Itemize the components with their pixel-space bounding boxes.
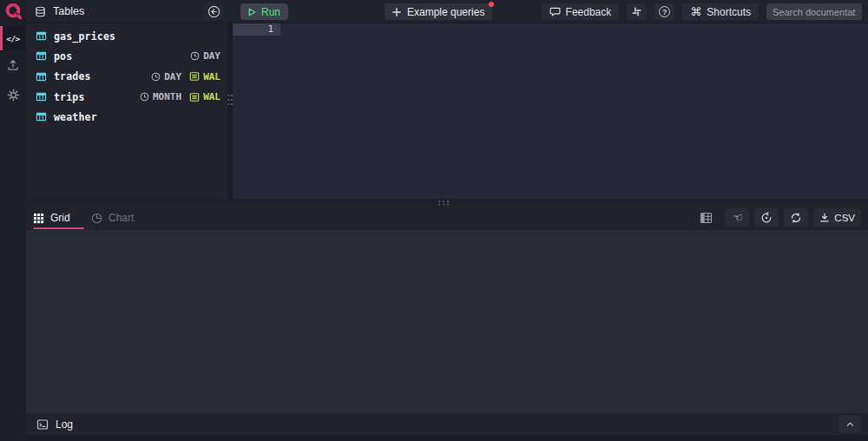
run-query-button[interactable]: Run — [240, 3, 288, 20]
line-number: 1 — [267, 23, 273, 35]
results-toolbar: Grid Chart ☞ — [26, 206, 868, 230]
chevron-up-icon — [845, 419, 856, 428]
gear-icon — [7, 89, 20, 102]
tables-panel: gas_pricesposDAYtradesDAYWALtripsMONTHWA… — [26, 23, 227, 199]
plus-icon — [392, 8, 401, 16]
freeze-columns-button[interactable] — [700, 212, 713, 224]
download-icon — [819, 212, 830, 223]
table-name: trips — [54, 91, 85, 103]
refresh-icon — [790, 212, 802, 224]
table-row[interactable]: weather — [26, 107, 227, 127]
freeze-column-icon — [700, 212, 713, 224]
table-icon — [36, 71, 47, 82]
tab-chart[interactable]: Chart — [91, 206, 143, 230]
example-queries-button[interactable]: Example queries — [385, 3, 492, 20]
terminal-icon — [36, 418, 49, 431]
sql-editor[interactable]: 1 — [233, 23, 868, 199]
results-grid-area — [26, 230, 868, 413]
wal-label: WAL — [203, 71, 220, 82]
play-icon — [248, 8, 256, 16]
tab-grid[interactable]: Grid — [33, 206, 84, 230]
search-documentation-input[interactable] — [766, 3, 862, 20]
table-icon — [36, 30, 47, 42]
tables-panel-header: Tables — [35, 0, 84, 23]
command-icon: ⌘ — [690, 6, 701, 17]
clock-icon — [151, 72, 161, 82]
pie-chart-icon — [91, 213, 102, 224]
clock-icon — [190, 51, 200, 61]
collapse-circle-left-icon — [207, 5, 220, 18]
tables-panel-title: Tables — [53, 5, 84, 17]
history-icon — [760, 212, 773, 224]
download-csv-button[interactable]: CSV — [813, 208, 861, 227]
active-indicator — [0, 26, 3, 50]
pointer-icon: ☞ — [733, 212, 743, 223]
log-toggle[interactable]: Log — [36, 413, 73, 435]
table-row[interactable]: gas_prices — [26, 26, 227, 46]
table-row[interactable]: posDAY — [26, 46, 227, 66]
horizontal-splitter[interactable] — [26, 199, 868, 206]
feedback-button[interactable]: Feedback — [542, 3, 620, 20]
notification-dot — [489, 2, 494, 7]
help-button[interactable]: ? — [654, 3, 674, 20]
wal-badge: WAL — [189, 71, 220, 82]
wal-badge: WAL — [189, 91, 220, 102]
database-icon — [35, 6, 46, 17]
partition-info: DAY — [151, 71, 181, 82]
table-row[interactable]: tradesDAYWAL — [26, 67, 227, 87]
feedback-label: Feedback — [566, 6, 612, 18]
pointer-mode-button[interactable]: ☞ — [725, 208, 749, 227]
csv-label: CSV — [834, 213, 855, 223]
table-name: weather — [54, 111, 97, 123]
partition-label: MONTH — [153, 91, 181, 102]
sidebar-item-settings[interactable] — [0, 82, 26, 107]
left-rail: </> — [0, 0, 26, 441]
partition-info: DAY — [190, 50, 220, 62]
wal-label: WAL — [203, 91, 220, 102]
wal-icon — [189, 71, 200, 82]
wal-icon — [189, 92, 200, 102]
slack-icon — [631, 6, 642, 17]
questdb-logo[interactable] — [3, 2, 23, 21]
log-label: Log — [56, 418, 73, 431]
grid-icon — [33, 213, 44, 224]
table-name: pos — [54, 50, 72, 63]
collapse-tables-button[interactable] — [204, 3, 224, 20]
grid-tab-label: Grid — [50, 212, 70, 224]
code-icon: </> — [6, 34, 20, 43]
partition-label: DAY — [203, 50, 220, 62]
top-bar: Tables Run Example queries — [26, 0, 868, 23]
table-icon — [36, 91, 47, 102]
log-bar[interactable]: Log — [26, 413, 868, 435]
sidebar-item-import[interactable] — [0, 53, 26, 77]
chart-tab-label: Chart — [108, 212, 134, 224]
speech-bubble-icon — [549, 6, 561, 17]
drag-handle-icon — [437, 199, 451, 206]
log-collapse-button[interactable] — [838, 415, 861, 432]
slack-button[interactable] — [627, 3, 647, 20]
partition-info: MONTH — [140, 91, 181, 102]
questdb-console: </> Tables — [0, 0, 868, 441]
refresh-button[interactable] — [784, 208, 808, 227]
tables-list: gas_pricesposDAYtradesDAYWALtripsMONTHWA… — [26, 26, 227, 127]
partition-label: DAY — [164, 71, 181, 82]
help-icon: ? — [659, 6, 670, 17]
table-name: trades — [54, 70, 91, 82]
query-history-button[interactable] — [754, 208, 779, 227]
table-row[interactable]: tripsMONTHWAL — [26, 87, 227, 107]
run-button-label: Run — [261, 6, 280, 18]
active-line-gutter: 1 — [233, 23, 280, 36]
shortcuts-label: Shortcuts — [707, 6, 751, 18]
shortcuts-button[interactable]: ⌘ Shortcuts — [682, 3, 759, 20]
sidebar-item-sql-editor[interactable]: </> — [0, 26, 26, 50]
example-queries-label: Example queries — [407, 6, 484, 18]
clock-icon — [140, 92, 149, 102]
upload-icon — [6, 58, 20, 72]
table-icon — [36, 50, 47, 62]
table-name: gas_prices — [54, 30, 115, 43]
table-icon — [36, 111, 47, 122]
